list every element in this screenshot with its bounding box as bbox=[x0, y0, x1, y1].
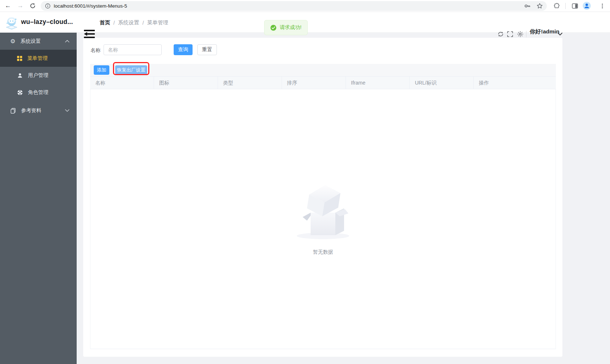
app-title: wu–lazy–cloud... bbox=[21, 18, 73, 26]
content-card: 名称 查询 重置 添加 恢复出厂设置 名称 图标 类型 排序 Iframe UR… bbox=[83, 38, 562, 357]
sidebar-item-user-management[interactable]: 用户管理 bbox=[0, 67, 77, 84]
info-icon[interactable] bbox=[45, 3, 51, 9]
sidebar-group-system-settings[interactable]: ⚙ 系统设置 bbox=[0, 33, 77, 50]
profile-avatar[interactable] bbox=[583, 2, 591, 10]
sidebar-item-role-management[interactable]: 角色管理 bbox=[0, 84, 77, 101]
table-toolbar: 添加 恢复出厂设置 bbox=[90, 64, 556, 76]
search-input[interactable] bbox=[104, 44, 162, 55]
sidebar-item-label: 角色管理 bbox=[28, 89, 48, 96]
browser-menu-icon[interactable] bbox=[599, 3, 605, 9]
column-header-url: URL/标识 bbox=[410, 77, 474, 89]
column-header-name: 名称 bbox=[90, 77, 154, 89]
column-header-sort: 排序 bbox=[282, 77, 346, 89]
sidebar-item-menu-management[interactable]: 菜单管理 bbox=[0, 50, 77, 67]
reset-button[interactable]: 重置 bbox=[197, 44, 217, 55]
success-toast: 请求成功! bbox=[264, 20, 308, 35]
app-logo bbox=[4, 15, 19, 30]
breadcrumb-home[interactable]: 首页 bbox=[100, 19, 110, 26]
column-header-iframe: Iframe bbox=[346, 77, 410, 89]
browser-back-button[interactable]: ← bbox=[4, 1, 12, 10]
toolbar-divider bbox=[565, 3, 566, 9]
factory-reset-button[interactable]: 恢复出厂设置 bbox=[115, 65, 147, 75]
reload-icon bbox=[30, 3, 36, 9]
toast-message: 请求成功! bbox=[280, 24, 302, 31]
refresh-icon[interactable] bbox=[497, 31, 504, 37]
breadcrumb: 首页 / 系统设置 / 菜单管理 bbox=[100, 19, 168, 26]
grid-icon bbox=[17, 56, 22, 61]
browser-forward-button[interactable]: → bbox=[16, 1, 25, 10]
sidebar: ⚙ 系统设置 菜单管理 用户管理 角色管理 参考资料 bbox=[0, 33, 77, 364]
add-button[interactable]: 添加 bbox=[94, 65, 109, 75]
empty-state: 暂无数据 bbox=[292, 181, 354, 255]
gear-icon: ⚙ bbox=[10, 38, 15, 44]
browser-toolbar: ← → localhost:6001/#/system-Menus-5 bbox=[0, 0, 610, 12]
sidebar-item-label: 用户管理 bbox=[28, 72, 48, 79]
extensions-icon[interactable] bbox=[554, 3, 560, 9]
sidebar-item-label: 菜单管理 bbox=[27, 55, 48, 62]
success-check-icon bbox=[270, 25, 276, 31]
url-text[interactable]: localhost:6001/#/system-Menus-5 bbox=[54, 1, 127, 11]
empty-text: 暂无数据 bbox=[292, 249, 354, 255]
header-divider bbox=[526, 31, 526, 37]
chevron-down-icon[interactable] bbox=[558, 33, 562, 36]
collapse-menu-icon[interactable] bbox=[84, 30, 95, 38]
documents-icon bbox=[10, 108, 16, 114]
column-header-actions: 操作 bbox=[474, 77, 556, 89]
person-icon bbox=[583, 2, 591, 10]
search-label: 名称 bbox=[90, 47, 101, 54]
table-body: 暂无数据 bbox=[90, 89, 556, 349]
chevron-up-icon bbox=[65, 40, 69, 42]
user-menu[interactable]: 你好!admin bbox=[530, 28, 559, 36]
sidebar-group-reference[interactable]: 参考资料 bbox=[0, 102, 77, 119]
segments-icon bbox=[17, 90, 23, 95]
address-bar[interactable]: localhost:6001/#/system-Menus-5 bbox=[41, 1, 547, 11]
theme-sun-icon[interactable] bbox=[517, 31, 524, 37]
table-header-row: 名称 图标 类型 排序 Iframe URL/标识 操作 bbox=[90, 76, 556, 89]
breadcrumb-menu-management[interactable]: 菜单管理 bbox=[147, 19, 168, 26]
breadcrumb-separator: / bbox=[113, 20, 115, 26]
column-header-type: 类型 bbox=[218, 77, 282, 89]
sidebar-group-label: 参考资料 bbox=[21, 107, 41, 114]
bookmark-star-icon[interactable] bbox=[537, 3, 543, 9]
column-header-icon: 图标 bbox=[154, 77, 218, 89]
password-key-icon[interactable] bbox=[524, 3, 531, 9]
breadcrumb-system-settings[interactable]: 系统设置 bbox=[118, 19, 139, 26]
user-icon bbox=[17, 73, 23, 78]
browser-reload-button[interactable] bbox=[28, 1, 37, 10]
breadcrumb-separator: / bbox=[142, 20, 144, 26]
sidebar-group-label: 系统设置 bbox=[20, 38, 41, 45]
chevron-down-icon bbox=[65, 109, 69, 112]
side-panel-icon[interactable] bbox=[572, 3, 578, 9]
user-greeting-text: 你好!admin bbox=[530, 28, 559, 34]
empty-box-illustration bbox=[292, 181, 354, 240]
query-button[interactable]: 查询 bbox=[174, 44, 193, 55]
fullscreen-icon[interactable] bbox=[507, 31, 513, 37]
